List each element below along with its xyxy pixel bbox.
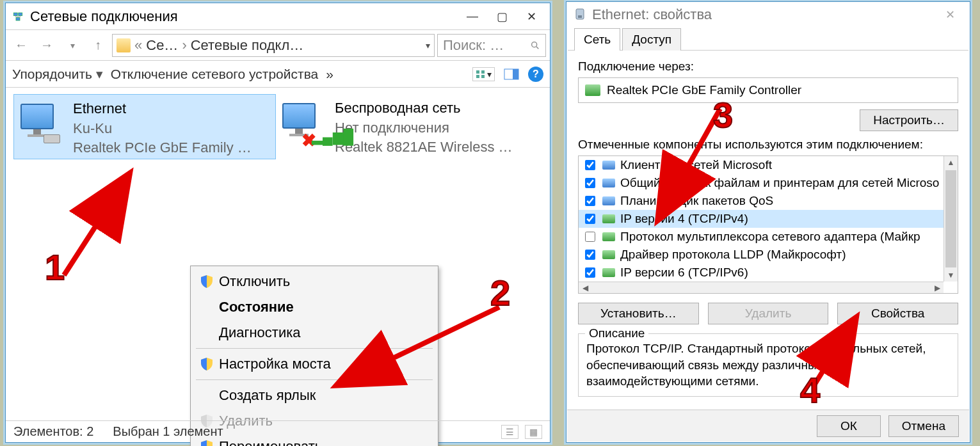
back-button[interactable]: ← [10, 34, 33, 57]
forward-button[interactable]: → [35, 34, 58, 57]
context-status[interactable]: Состояние [192, 294, 437, 320]
history-dropdown[interactable]: ▾ [61, 34, 84, 57]
help-button[interactable]: ? [528, 67, 543, 82]
vertical-scrollbar[interactable]: ▲ ▼ [944, 156, 958, 282]
svg-rect-2 [16, 17, 20, 20]
search-icon [530, 40, 540, 51]
scroll-down-icon[interactable]: ▼ [944, 269, 958, 282]
component-checkbox[interactable] [585, 196, 595, 206]
svg-rect-11 [578, 15, 582, 18]
tab-access[interactable]: Доступ [622, 28, 681, 51]
preview-pane-button[interactable] [502, 67, 520, 82]
context-status-label: Состояние [219, 299, 294, 315]
maximize-button[interactable]: ▢ [487, 6, 517, 27]
component-row[interactable]: IP версии 4 (TCP/IPv4) [579, 210, 944, 228]
svg-rect-4 [476, 70, 479, 74]
context-shortcut-label: Создать ярлык [219, 387, 316, 404]
component-row[interactable]: IP версии 6 (TCP/IPv6) [579, 264, 944, 282]
connection-item-wireless[interactable]: ✖ ▂▄▆█ Беспроводная сеть Нет подключения… [276, 94, 538, 159]
window-title: Ethernet: свойства [592, 6, 935, 23]
service-icon [602, 161, 615, 170]
context-diagnostics[interactable]: Диагностика [192, 320, 437, 346]
context-shortcut[interactable]: Создать ярлык [192, 383, 437, 408]
dialog-buttons: ОК Отмена [567, 410, 969, 442]
network-tab-panel: Подключение через: Realtek PCIe GbE Fami… [566, 51, 970, 403]
view-tiles-icon[interactable]: ▦ [525, 425, 542, 439]
scroll-thumb[interactable] [945, 170, 956, 267]
svg-rect-6 [476, 75, 479, 78]
breadcrumb-sep: › [182, 37, 186, 54]
component-checkbox[interactable] [585, 160, 595, 170]
address-bar: ← → ▾ ↑ « Се… › Сетевые подкл… ▾ Поиск: … [6, 30, 550, 61]
connection-adapter: Realtek PCIe GbE Family … [73, 139, 252, 157]
close-button[interactable]: ✕ [935, 4, 965, 25]
titlebar[interactable]: Ethernet: свойства ✕ [566, 2, 970, 28]
component-row[interactable]: Клиент для сетей Microsoft [579, 156, 944, 174]
component-checkbox[interactable] [585, 232, 595, 242]
component-label: Клиент для сетей Microsoft [620, 158, 772, 172]
annotation-number-1: 1 [45, 250, 65, 285]
network-icon [12, 11, 24, 22]
tab-bar: Сеть Доступ [568, 28, 968, 51]
up-button[interactable]: ↑ [86, 34, 109, 57]
components-list[interactable]: Клиент для сетей MicrosoftОбщий доступ к… [578, 155, 958, 294]
connection-adapter: Realtek 8821AE Wireless … [335, 138, 513, 157]
context-bridge-label: Настройка моста [219, 356, 331, 372]
ok-button[interactable]: ОК [817, 415, 881, 437]
description-text: Протокол TCP/IP. Стандартный протокол гл… [586, 340, 950, 390]
component-checkbox[interactable] [585, 250, 595, 260]
wireless-adapter-icon: ✖ ▂▄▆█ [282, 103, 326, 147]
scroll-up-icon[interactable]: ▲ [944, 156, 958, 169]
protocol-icon [602, 250, 615, 259]
component-label: Планировщик пакетов QoS [620, 194, 773, 208]
folder-icon [116, 38, 131, 52]
close-button[interactable]: ✕ [517, 6, 546, 27]
component-label: Протокол мультиплексора сетевого адаптер… [620, 230, 920, 244]
cancel-button[interactable]: Отмена [888, 415, 959, 437]
annotation-number-4: 4 [800, 372, 820, 408]
component-checkbox[interactable] [585, 267, 595, 278]
horizontal-scrollbar[interactable]: ◀ ▶ [579, 282, 944, 293]
components-label: Отмеченные компоненты используются этим … [578, 138, 958, 152]
preview-icon [504, 68, 519, 80]
organize-button[interactable]: Упорядочить [12, 67, 103, 82]
properties-button[interactable]: Свойства [837, 303, 958, 324]
adapter-name: Realtek PCIe GbE Family Controller [607, 83, 801, 97]
disable-device-button[interactable]: Отключение сетевого устройства [111, 67, 318, 82]
ethernet-icon [574, 8, 586, 22]
component-checkbox[interactable] [585, 178, 595, 188]
component-row[interactable]: Общий доступ к файлам и принтерам для се… [579, 174, 944, 192]
search-input[interactable]: Поиск: … [437, 34, 546, 57]
context-disable[interactable]: Отключить [192, 269, 437, 294]
svg-rect-7 [481, 75, 485, 78]
connection-item-ethernet[interactable]: Ethernet Ku-Ku Realtek PCIe GbE Family … [13, 94, 276, 159]
protocol-icon [602, 232, 615, 241]
component-checkbox[interactable] [585, 214, 595, 224]
ethernet-properties-window: Ethernet: свойства ✕ Сеть Доступ Подключ… [566, 1, 970, 443]
minimize-button[interactable]: — [458, 6, 487, 27]
connection-status: Ku-Ku [73, 120, 252, 138]
scroll-left-icon[interactable]: ◀ [579, 282, 591, 293]
context-diagnostics-label: Диагностика [219, 324, 301, 341]
titlebar[interactable]: Сетевые подключения — ▢ ✕ [6, 3, 550, 30]
context-bridge[interactable]: Настройка моста [192, 351, 437, 377]
status-count: Элементов: 2 [13, 424, 93, 439]
configure-button[interactable]: Настроить… [860, 109, 958, 131]
shield-icon [201, 358, 213, 370]
view-details-icon[interactable]: ☰ [501, 425, 518, 439]
tab-network[interactable]: Сеть [574, 28, 620, 51]
component-row[interactable]: Протокол мультиплексора сетевого адаптер… [579, 228, 944, 246]
toolbar-overflow[interactable]: » [326, 67, 333, 82]
scroll-right-icon[interactable]: ▶ [931, 282, 944, 293]
breadcrumb-parent[interactable]: Се… [146, 37, 178, 54]
search-placeholder: Поиск: … [443, 37, 504, 54]
status-selected: Выбран 1 элемент [113, 424, 223, 439]
service-icon [602, 196, 615, 205]
breadcrumb-current[interactable]: Сетевые подкл… [191, 37, 304, 54]
breadcrumb[interactable]: « Се… › Сетевые подкл… ▾ [112, 34, 435, 57]
component-row[interactable]: Драйвер протокола LLDP (Майкрософт) [579, 246, 944, 264]
install-button[interactable]: Установить… [578, 303, 699, 324]
component-row[interactable]: Планировщик пакетов QoS [579, 192, 944, 210]
tiles-icon [476, 70, 486, 79]
view-mode-button[interactable]: ▾ [472, 67, 495, 81]
